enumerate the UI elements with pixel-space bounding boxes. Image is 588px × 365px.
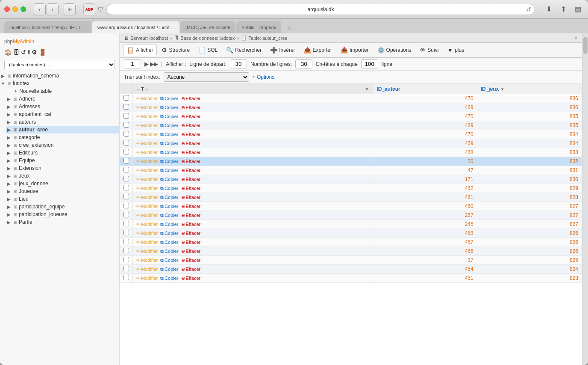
copier-button[interactable]: ⧉ Copier xyxy=(160,186,178,191)
effacer-button[interactable]: ⊖ Effacer xyxy=(181,258,201,263)
copier-button[interactable]: ⧉ Copier xyxy=(160,123,178,128)
effacer-button[interactable]: ⊖ Effacer xyxy=(181,186,201,191)
download-button[interactable]: ⬇ xyxy=(543,3,555,15)
copier-button[interactable]: ⧉ Copier xyxy=(160,150,178,155)
effacer-button[interactable]: ⊖ Effacer xyxy=(181,150,201,155)
tab-exporter[interactable]: 📤 Exporter xyxy=(300,45,336,56)
exit-icon[interactable]: 🚪 xyxy=(39,49,46,56)
row-checkbox[interactable] xyxy=(123,104,129,110)
effacer-button[interactable]: ⊖ Effacer xyxy=(181,132,201,137)
effacer-button[interactable]: ⊖ Effacer xyxy=(181,267,201,272)
row-checkbox[interactable] xyxy=(123,266,129,271)
copier-button[interactable]: ⧉ Copier xyxy=(160,96,178,101)
copier-button[interactable]: ⧉ Copier xyxy=(160,204,178,209)
tab-operations[interactable]: ⚙️ Opérations xyxy=(373,45,415,56)
sidebar-item-joueuse[interactable]: ▶ ⊞ Joueuse xyxy=(6,187,119,195)
modifier-button[interactable]: ✏ Modifier xyxy=(136,123,158,128)
effacer-button[interactable]: ⊖ Effacer xyxy=(181,141,201,146)
copier-button[interactable]: ⧉ Copier xyxy=(160,114,178,119)
effacer-button[interactable]: ⊖ Effacer xyxy=(181,213,201,218)
copier-button[interactable]: ⧉ Copier xyxy=(160,258,178,263)
info-icon[interactable]: ℹ xyxy=(28,49,30,56)
sidebar-item-ludotex[interactable]: ▼ ⊞ ludotex xyxy=(0,80,119,87)
row-checkbox[interactable] xyxy=(123,185,129,190)
row-checkbox[interactable] xyxy=(123,131,129,137)
sidebar-item-jeux[interactable]: ▶ ⊞ Jeux xyxy=(6,172,119,180)
sidebar-item-nouvelle-table[interactable]: ✦ Nouvelle table xyxy=(6,87,119,95)
new-tab-button[interactable]: + xyxy=(284,23,294,33)
modifier-button[interactable]: ✏ Modifier xyxy=(136,249,158,254)
sidebar-item-partie[interactable]: ▶ ⊞ Partie xyxy=(6,218,119,226)
sidebar-item-cree-extension[interactable]: ▶ ⊞ cree_extension xyxy=(6,141,119,149)
modifier-button[interactable]: ✏ Modifier xyxy=(136,177,158,182)
last-page-arrow[interactable]: ▶▶ xyxy=(150,61,158,67)
effacer-button[interactable]: ⊖ Effacer xyxy=(181,249,201,254)
modifier-button[interactable]: ✏ Modifier xyxy=(136,141,158,146)
copier-button[interactable]: ⧉ Copier xyxy=(160,105,178,110)
sort-dropdown-icon[interactable]: ▼ xyxy=(364,86,369,92)
ligne-depart-input[interactable] xyxy=(230,59,247,68)
entetes-val-input[interactable] xyxy=(361,59,378,68)
row-checkbox[interactable] xyxy=(123,275,129,280)
sidebar-item-auteur-cree[interactable]: ▶ ⊞ auteur_cree xyxy=(6,126,119,134)
copier-button[interactable]: ⧉ Copier xyxy=(160,240,178,245)
copier-button[interactable]: ⧉ Copier xyxy=(160,177,178,182)
settings-icon[interactable]: ⚙ xyxy=(32,49,37,56)
maximize-button[interactable] xyxy=(21,6,26,12)
row-checkbox[interactable] xyxy=(123,95,129,101)
sidebar-item-editeurs[interactable]: ▶ ⊞ Editeurs xyxy=(6,149,119,157)
copier-button[interactable]: ⧉ Copier xyxy=(160,276,178,281)
breadcrumb-server[interactable]: Serveur: localhost xyxy=(130,36,168,41)
collapse-icon[interactable]: ⊼ xyxy=(574,35,578,41)
effacer-button[interactable]: ⊖ Effacer xyxy=(181,168,201,173)
sidebar-item-information-schema[interactable]: ▶ ⊞ information_schema xyxy=(0,72,119,80)
close-button[interactable] xyxy=(4,6,10,12)
modifier-button[interactable]: ✏ Modifier xyxy=(136,240,158,245)
sidebar-item-auteurs[interactable]: ▶ ⊞ auteurs xyxy=(6,118,119,126)
sidebar-item-equipe[interactable]: ▶ ⊞ Equipe xyxy=(6,157,119,164)
modifier-button[interactable]: ✏ Modifier xyxy=(136,231,158,236)
modifier-button[interactable]: ✏ Modifier xyxy=(136,105,158,110)
reload-button[interactable]: ↺ xyxy=(526,6,531,13)
effacer-button[interactable]: ⊖ Effacer xyxy=(181,276,201,281)
tab-suivi[interactable]: 👁 Suivi xyxy=(416,45,442,56)
row-checkbox[interactable] xyxy=(123,176,129,181)
modifier-button[interactable]: ✏ Modifier xyxy=(136,114,158,119)
db-select-dropdown[interactable]: (Tables récentes) ... xyxy=(4,60,115,69)
abp-badge[interactable]: ABP xyxy=(83,3,95,15)
copier-button[interactable]: ⧉ Copier xyxy=(160,168,178,173)
sidebar-item-participation-joueuse[interactable]: ▶ ⊞ participation_joueuse xyxy=(6,211,119,218)
forward-button[interactable]: › xyxy=(47,3,59,15)
row-checkbox[interactable] xyxy=(123,239,129,244)
home-icon[interactable]: 🏠 xyxy=(4,49,12,56)
effacer-button[interactable]: ⊖ Effacer xyxy=(181,159,201,164)
tab-overview-button[interactable]: ⊞ xyxy=(64,3,76,15)
modifier-button[interactable]: ✏ Modifier xyxy=(136,96,158,101)
sidebar-item-participation-equipe[interactable]: ▶ ⊞ participation_equipe xyxy=(6,203,119,211)
back-button[interactable]: ‹ xyxy=(34,3,46,15)
modifier-button[interactable]: ✏ Modifier xyxy=(136,258,158,263)
modifier-button[interactable]: ✏ Modifier xyxy=(136,150,158,155)
effacer-button[interactable]: ⊖ Effacer xyxy=(181,96,201,101)
effacer-button[interactable]: ⊖ Effacer xyxy=(181,195,201,200)
browser-tab-2[interactable]: [MCD] Jeu de société xyxy=(180,21,235,33)
col-id-jeux-header[interactable]: ID_jeux ▼ xyxy=(477,84,582,94)
modifier-button[interactable]: ✏ Modifier xyxy=(136,168,158,173)
db-icon[interactable]: 🗄 xyxy=(13,49,19,56)
modifier-button[interactable]: ✏ Modifier xyxy=(136,222,158,227)
row-checkbox[interactable] xyxy=(123,230,129,235)
sidebar-item-extension[interactable]: ▶ ⊞ Extension xyxy=(6,164,119,172)
sidebar-item-jeux-donnee[interactable]: ▶ ⊞ jeux_donnee xyxy=(6,180,119,187)
data-table-container[interactable]: ←T→ ▼ ID_auteur ID_jeux ▼ xyxy=(120,84,582,365)
effacer-button[interactable]: ⊖ Effacer xyxy=(181,231,201,236)
options-link[interactable]: + Options xyxy=(253,74,275,80)
address-bar[interactable]: arquusia.dk ↺ xyxy=(106,4,535,15)
row-checkbox[interactable] xyxy=(123,122,129,128)
nombre-lignes-input[interactable] xyxy=(295,59,312,68)
modifier-button[interactable]: ✏ Modifier xyxy=(136,276,158,281)
modifier-button[interactable]: ✏ Modifier xyxy=(136,132,158,137)
copier-button[interactable]: ⧉ Copier xyxy=(160,141,178,146)
sidebar-toggle-button[interactable]: ▤ xyxy=(572,3,584,15)
copier-button[interactable]: ⧉ Copier xyxy=(160,231,178,236)
breadcrumb-db[interactable]: Base de données: ludotex xyxy=(180,36,235,41)
